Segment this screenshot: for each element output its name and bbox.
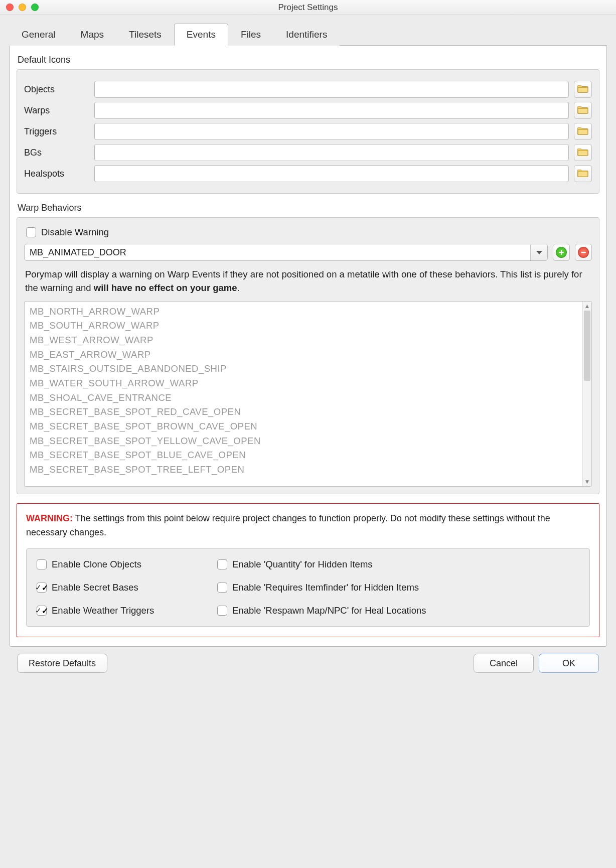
warp-behavior-combobox-value: MB_ANIMATED_DOOR xyxy=(25,244,530,260)
warp-behavior-combobox[interactable]: MB_ANIMATED_DOOR xyxy=(24,244,548,261)
browse-button-triggers[interactable] xyxy=(574,123,592,140)
remove-warp-behavior-button[interactable]: − xyxy=(575,244,592,261)
default-icon-row: BGs xyxy=(24,144,592,161)
disable-warning-checkbox[interactable] xyxy=(26,227,36,237)
default-icon-input-objects[interactable] xyxy=(94,81,569,98)
default-icon-row: Warps xyxy=(24,102,592,119)
default-icon-label: Healspots xyxy=(24,169,89,179)
add-warp-behavior-button[interactable]: + xyxy=(553,244,570,261)
list-item[interactable]: MB_WEST_ARROW_WARP xyxy=(30,333,586,348)
default-icon-row: Triggers xyxy=(24,123,592,140)
warning-panel: WARNING: The settings from this point be… xyxy=(17,503,599,638)
chevron-down-icon[interactable] xyxy=(530,244,547,260)
list-item[interactable]: MB_SECRET_BASE_SPOT_YELLOW_CAVE_OPEN xyxy=(30,434,586,449)
default-icon-input-triggers[interactable] xyxy=(94,123,569,140)
folder-icon xyxy=(577,126,588,137)
folder-icon xyxy=(577,148,588,158)
list-item[interactable]: MB_SECRET_BASE_SPOT_BLUE_CAVE_OPEN xyxy=(30,448,586,463)
warning-text: WARNING: The settings from this point be… xyxy=(26,512,590,540)
feature-flag-checkbox[interactable]: ✓ xyxy=(37,583,47,593)
feature-flag-label: Enable Secret Bases xyxy=(52,582,138,593)
tab-bar: General Maps Tilesets Events Files Ident… xyxy=(9,23,607,46)
browse-button-bgs[interactable] xyxy=(574,144,592,161)
tab-panel-events: Default Icons ObjectsWarpsTriggersBGsHea… xyxy=(9,45,607,647)
tab-maps[interactable]: Maps xyxy=(68,24,116,46)
ok-button[interactable]: OK xyxy=(539,654,599,673)
scrollbar[interactable]: ▲ ▼ xyxy=(582,302,591,486)
warp-behaviors-label: Warp Behaviors xyxy=(18,203,599,213)
default-icon-label: Objects xyxy=(24,84,89,95)
feature-flag-label: Enable 'Respawn Map/NPC' for Heal Locati… xyxy=(232,605,426,616)
feature-flag-label: Enable Clone Objects xyxy=(52,559,141,570)
folder-icon xyxy=(577,105,588,116)
list-item[interactable]: MB_WATER_SOUTH_ARROW_WARP xyxy=(30,376,586,391)
feature-flag-checkbox[interactable] xyxy=(37,559,47,569)
plus-icon: + xyxy=(556,247,567,258)
default-icons-group: ObjectsWarpsTriggersBGsHealspots xyxy=(17,69,599,194)
scroll-thumb[interactable] xyxy=(584,311,590,381)
warp-behaviors-list[interactable]: MB_NORTH_ARROW_WARPMB_SOUTH_ARROW_WARPMB… xyxy=(24,301,592,487)
list-item[interactable]: MB_SECRET_BASE_SPOT_TREE_LEFT_OPEN xyxy=(30,463,586,477)
restore-defaults-button[interactable]: Restore Defaults xyxy=(17,654,107,673)
list-item[interactable]: MB_SECRET_BASE_SPOT_BROWN_CAVE_OPEN xyxy=(30,419,586,434)
titlebar: Project Settings xyxy=(0,0,616,15)
tab-identifiers[interactable]: Identifiers xyxy=(273,24,340,46)
feature-flag: Enable 'Quantity' for Hidden Items xyxy=(217,559,579,570)
default-icon-label: Triggers xyxy=(24,126,89,137)
disable-warning-label: Disable Warning xyxy=(41,227,109,238)
default-icon-input-warps[interactable] xyxy=(94,102,569,119)
feature-flag: Enable 'Respawn Map/NPC' for Heal Locati… xyxy=(217,605,579,616)
default-icon-label: Warps xyxy=(24,105,89,116)
default-icons-label: Default Icons xyxy=(18,55,599,65)
feature-flag-label: Enable Weather Triggers xyxy=(52,605,154,616)
feature-flag-label: Enable 'Requires Itemfinder' for Hidden … xyxy=(232,582,419,593)
browse-button-objects[interactable] xyxy=(574,81,592,98)
tab-general[interactable]: General xyxy=(9,24,68,46)
folder-icon xyxy=(577,84,588,95)
scroll-up-icon[interactable]: ▲ xyxy=(583,302,591,311)
minus-icon: − xyxy=(578,247,589,258)
feature-flag-label: Enable 'Quantity' for Hidden Items xyxy=(232,559,373,570)
window-title: Project Settings xyxy=(0,3,616,13)
feature-flag: Enable 'Requires Itemfinder' for Hidden … xyxy=(217,582,579,593)
dialog-footer: Restore Defaults Cancel OK xyxy=(9,647,607,673)
feature-flag-checkbox[interactable] xyxy=(217,606,227,616)
feature-flag: ✓Enable Weather Triggers xyxy=(37,605,212,616)
feature-flags-group: Enable Clone ObjectsEnable 'Quantity' fo… xyxy=(26,548,590,627)
tab-tilesets[interactable]: Tilesets xyxy=(116,24,174,46)
warp-behaviors-group: Disable Warning MB_ANIMATED_DOOR + − Por… xyxy=(17,217,599,494)
default-icon-row: Objects xyxy=(24,81,592,98)
default-icon-row: Healspots xyxy=(24,165,592,182)
list-item[interactable]: MB_SOUTH_ARROW_WARP xyxy=(30,319,586,333)
browse-button-healspots[interactable] xyxy=(574,165,592,182)
list-item[interactable]: MB_SHOAL_CAVE_ENTRANCE xyxy=(30,391,586,405)
tab-events[interactable]: Events xyxy=(174,24,228,46)
list-item[interactable]: MB_STAIRS_OUTSIDE_ABANDONED_SHIP xyxy=(30,362,586,376)
feature-flag-checkbox[interactable] xyxy=(217,583,227,593)
scroll-down-icon[interactable]: ▼ xyxy=(583,477,591,486)
default-icon-label: BGs xyxy=(24,148,89,158)
feature-flag-checkbox[interactable] xyxy=(217,559,227,569)
feature-flag-checkbox[interactable]: ✓ xyxy=(37,606,47,616)
list-item[interactable]: MB_NORTH_ARROW_WARP xyxy=(30,305,586,319)
tab-files[interactable]: Files xyxy=(228,24,273,46)
cancel-button[interactable]: Cancel xyxy=(474,654,534,673)
browse-button-warps[interactable] xyxy=(574,102,592,119)
warp-behaviors-description: Porymap will display a warning on Warp E… xyxy=(25,268,591,295)
feature-flag: Enable Clone Objects xyxy=(37,559,212,570)
default-icon-input-healspots[interactable] xyxy=(94,165,569,182)
folder-icon xyxy=(577,169,588,179)
default-icon-input-bgs[interactable] xyxy=(94,144,569,161)
list-item[interactable]: MB_SECRET_BASE_SPOT_RED_CAVE_OPEN xyxy=(30,405,586,419)
feature-flag: ✓Enable Secret Bases xyxy=(37,582,212,593)
list-item[interactable]: MB_EAST_ARROW_WARP xyxy=(30,348,586,362)
